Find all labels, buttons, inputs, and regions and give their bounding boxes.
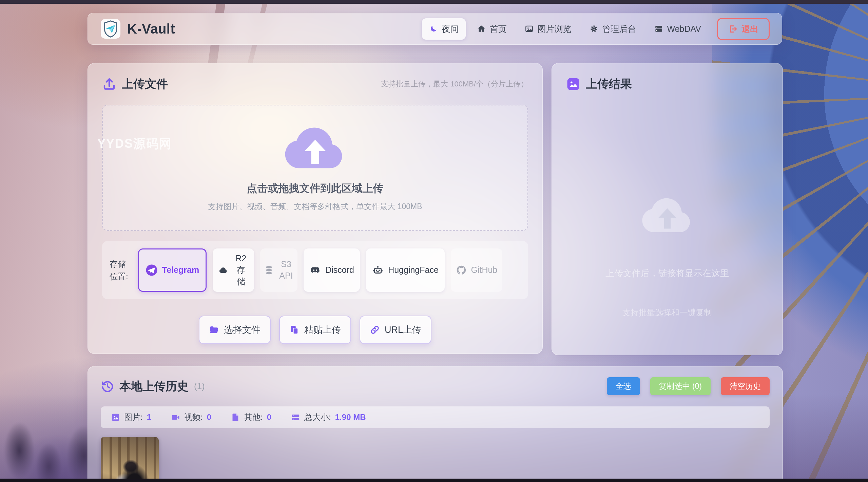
nav-item-image-browse[interactable]: 图片浏览 xyxy=(518,18,578,40)
stat-videos: 视频: 0 xyxy=(171,412,211,423)
results-empty-line1: 上传文件后，链接将显示在这里 xyxy=(605,267,729,279)
server-icon xyxy=(654,24,663,33)
page: K-Vault 夜间 首页 图片浏览 管理后台 WebDAV xyxy=(0,0,868,482)
dropzone-main-text: 点击或拖拽文件到此区域上传 xyxy=(247,181,384,196)
main-nav: 夜间 首页 图片浏览 管理后台 WebDAV xyxy=(422,18,708,40)
window-bottom-edge xyxy=(0,479,868,482)
results-panel-title: 上传结果 xyxy=(586,76,632,92)
window-top-edge xyxy=(0,0,868,4)
header-bar: K-Vault 夜间 首页 图片浏览 管理后台 WebDAV xyxy=(88,13,782,45)
github-icon xyxy=(456,265,467,276)
storage-option-github[interactable]: GitHub xyxy=(451,248,502,292)
cloud-upload-icon xyxy=(279,121,351,173)
link-icon xyxy=(370,325,380,335)
storage-icon xyxy=(291,413,300,422)
paste-icon xyxy=(289,325,300,335)
history-panel-title: 本地上传历史 xyxy=(119,379,189,394)
history-panel: 本地上传历史 (1) 全选 复制选中 (0) 清空历史 图片: 1 视频: 0 … xyxy=(88,366,783,482)
nav-item-night-mode[interactable]: 夜间 xyxy=(422,18,466,40)
history-stats-bar: 图片: 1 视频: 0 其他: 0 总大小: 1.90 MB xyxy=(101,406,770,428)
image-icon xyxy=(111,413,120,422)
app-logo-shield-icon xyxy=(100,18,121,39)
history-icon xyxy=(101,380,114,393)
upload-tray-icon xyxy=(102,77,116,91)
file-icon xyxy=(231,413,240,422)
nav-item-webdav[interactable]: WebDAV xyxy=(647,19,708,39)
storage-selector: 存储位置: Telegram R2 存储 S3 API Discord Hugg… xyxy=(102,241,528,299)
discord-icon xyxy=(309,264,321,276)
paste-upload-button[interactable]: 粘贴上传 xyxy=(279,316,351,344)
database-icon xyxy=(264,265,274,275)
results-panel-header: 上传结果 xyxy=(566,76,768,92)
upload-panel-title: 上传文件 xyxy=(122,76,168,92)
select-all-button[interactable]: 全选 xyxy=(607,377,640,395)
storage-option-s3[interactable]: S3 API xyxy=(260,248,297,292)
results-empty-state: 上传文件后，链接将显示在这里 支持批量选择和一键复制 xyxy=(552,192,783,318)
results-panel: 上传结果 上传文件后，链接将显示在这里 支持批量选择和一键复制 xyxy=(552,63,783,355)
gear-icon xyxy=(590,24,598,33)
cloud-upload-faint-icon xyxy=(638,192,697,236)
results-empty-line2: 支持批量选择和一键复制 xyxy=(622,307,712,318)
images-icon xyxy=(525,24,534,33)
choose-file-button[interactable]: 选择文件 xyxy=(199,316,271,344)
nav-item-admin[interactable]: 管理后台 xyxy=(582,18,643,40)
storage-option-discord[interactable]: Discord xyxy=(304,248,360,292)
upload-panel-header: 上传文件 支持批量上传，最大 100MB/个（分片上传） xyxy=(102,76,528,92)
storage-option-telegram[interactable]: Telegram xyxy=(138,248,207,292)
history-count: (1) xyxy=(194,381,205,391)
result-image-badge-icon xyxy=(566,77,580,91)
storage-label: 存储位置: xyxy=(110,258,132,283)
logout-icon xyxy=(728,24,737,34)
upload-actions: 选择文件 粘贴上传 URL上传 xyxy=(88,316,542,344)
history-item-thumbnail[interactable] xyxy=(101,437,159,482)
nav-item-home[interactable]: 首页 xyxy=(470,18,514,40)
upload-panel: 上传文件 支持批量上传，最大 100MB/个（分片上传） 点击或拖拽文件到此区域… xyxy=(88,63,543,354)
stat-images: 图片: 1 xyxy=(111,412,151,423)
robot-icon xyxy=(372,264,384,276)
history-panel-header: 本地上传历史 (1) 全选 复制选中 (0) 清空历史 xyxy=(101,377,770,395)
url-upload-button[interactable]: URL上传 xyxy=(360,316,431,344)
clear-history-button[interactable]: 清空历史 xyxy=(721,377,770,395)
folder-icon xyxy=(209,325,219,335)
dropzone-sub-text: 支持图片、视频、音频、文档等多种格式，单文件最大 100MB xyxy=(208,201,422,212)
storage-option-r2[interactable]: R2 存储 xyxy=(213,248,254,292)
home-icon xyxy=(477,24,486,33)
file-dropzone[interactable]: 点击或拖拽文件到此区域上传 支持图片、视频、音频、文档等多种格式，单文件最大 1… xyxy=(102,105,528,231)
history-actions: 全选 复制选中 (0) 清空历史 xyxy=(607,377,770,395)
upload-limit-hint: 支持批量上传，最大 100MB/个（分片上传） xyxy=(381,79,528,89)
stat-total-size: 总大小: 1.90 MB xyxy=(291,412,366,423)
stat-others: 其他: 0 xyxy=(231,412,271,423)
logout-button[interactable]: 退出 xyxy=(717,18,770,40)
cloud-icon xyxy=(218,265,229,276)
copy-selected-button[interactable]: 复制选中 (0) xyxy=(650,377,711,395)
watermark: YYDS源码网 xyxy=(97,136,172,152)
telegram-icon xyxy=(146,264,158,276)
storage-option-huggingface[interactable]: HuggingFace xyxy=(366,248,445,292)
app-title: K-Vault xyxy=(127,21,175,37)
video-icon xyxy=(171,413,180,422)
moon-icon xyxy=(429,24,438,33)
